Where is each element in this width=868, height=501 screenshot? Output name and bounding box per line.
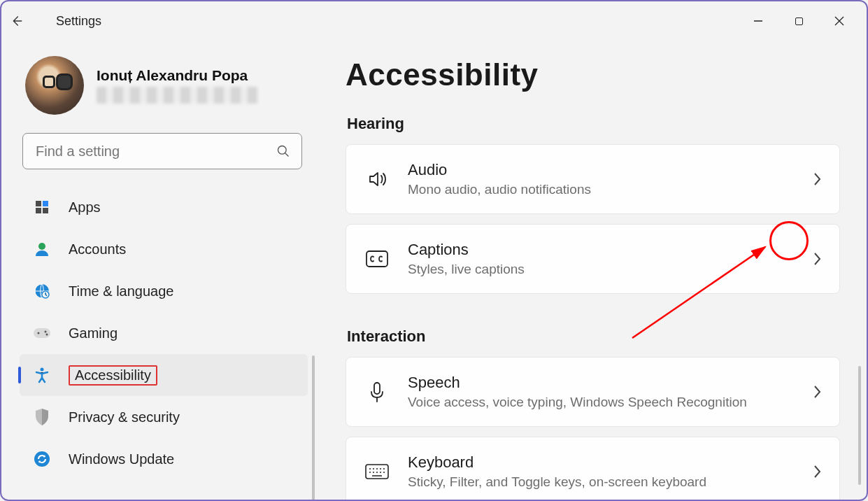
chevron-right-icon [795,171,839,187]
svg-rect-4 [36,208,41,213]
accounts-icon [32,239,52,259]
sidebar-item-time-language[interactable]: Time & language [1,270,318,312]
card-title: Keyboard [408,453,795,472]
sidebar-item-label: Windows Update [69,451,174,467]
svg-rect-16 [367,251,387,267]
sidebar-item-label: Gaming [69,325,118,341]
section-heading-interaction: Interaction [347,327,840,346]
back-button[interactable] [8,13,39,29]
card-title: Captions [408,241,795,259]
svg-rect-18 [366,465,388,479]
card-subtitle: Styles, live captions [408,262,795,277]
chevron-right-icon [795,384,839,400]
search-icon [276,144,290,158]
user-block[interactable]: Ionuț Alexandru Popa [1,56,318,115]
sidebar-nav: Apps Accounts Time & language [1,185,318,480]
svg-rect-3 [43,201,48,206]
sidebar-item-apps[interactable]: Apps [1,186,318,228]
window-controls [738,7,860,35]
sidebar-item-label: Time & language [69,283,173,299]
close-button[interactable] [819,7,860,35]
minimize-button[interactable] [738,7,778,35]
svg-rect-5 [43,208,48,213]
sidebar-item-gaming[interactable]: Gaming [1,312,318,354]
sidebar-item-label: Accessibility [69,365,157,386]
page-title: Accessibility [346,57,840,92]
user-name: Ionuț Alexandru Popa [97,67,257,84]
svg-point-14 [41,368,44,372]
sidebar-item-windows-update[interactable]: Windows Update [1,438,318,480]
apps-icon [32,197,52,217]
svg-rect-10 [34,328,50,338]
speech-icon [346,381,408,403]
sidebar-item-label: Apps [69,199,101,216]
section-heading-hearing: Hearing [347,115,840,133]
svg-point-11 [38,332,40,334]
sidebar-item-label: Privacy & security [69,409,180,425]
svg-point-13 [46,334,48,336]
update-icon [32,449,52,469]
sidebar-item-accounts[interactable]: Accounts [1,228,318,270]
app-title: Settings [56,14,101,29]
audio-icon [346,168,408,190]
card-title: Audio [408,161,795,179]
accessibility-icon [32,365,52,385]
privacy-icon [32,407,52,427]
keyboard-icon [346,463,408,480]
chevron-right-icon [795,251,839,267]
card-subtitle: Mono audio, audio notifications [408,182,795,197]
sidebar-scrollbar[interactable] [312,355,315,501]
user-email-redacted [97,87,257,104]
setting-card-captions[interactable]: Captions Styles, live captions [346,224,840,294]
main-scrollbar[interactable] [858,366,861,485]
search-input[interactable] [34,143,276,160]
svg-point-6 [38,243,45,250]
setting-card-keyboard[interactable]: Keyboard Sticky, Filter, and Toggle keys… [346,437,840,500]
svg-rect-2 [36,201,41,206]
svg-point-15 [34,451,50,467]
maximize-button[interactable] [778,7,819,35]
setting-card-speech[interactable]: Speech Voice access, voice typing, Windo… [346,357,840,427]
search-box[interactable] [22,133,302,169]
chevron-right-icon [795,464,839,479]
gaming-icon [32,323,52,343]
sidebar-item-privacy[interactable]: Privacy & security [1,396,318,438]
time-language-icon [32,281,52,301]
card-title: Speech [408,374,795,392]
svg-point-12 [45,331,47,333]
card-subtitle: Voice access, voice typing, Windows Spee… [408,395,795,410]
titlebar: Settings [1,1,867,41]
card-subtitle: Sticky, Filter, and Toggle keys, on-scre… [408,474,795,490]
sidebar-item-accessibility[interactable]: Accessibility [20,354,308,396]
svg-point-1 [278,146,287,155]
setting-card-audio[interactable]: Audio Mono audio, audio notifications [346,144,840,214]
sidebar-item-label: Accounts [69,241,126,257]
avatar [25,56,84,115]
svg-rect-17 [374,383,380,394]
captions-icon [346,250,408,268]
main-content: Accessibility Hearing Audio Mono audio, … [318,41,867,500]
sidebar: Ionuț Alexandru Popa Apps [1,41,318,500]
